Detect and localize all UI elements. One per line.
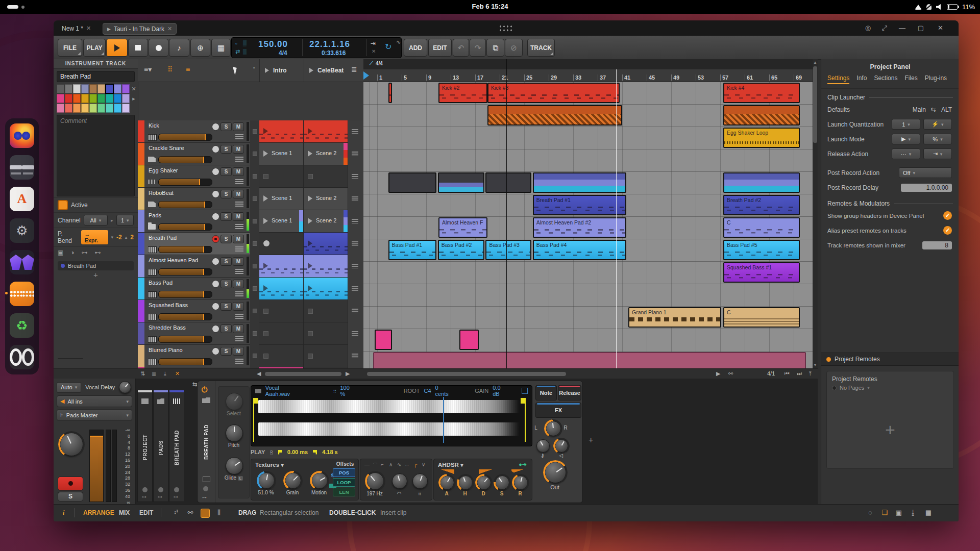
solo-button[interactable]: S xyxy=(220,212,232,221)
cue-marker-icon[interactable]: ▫ xyxy=(235,40,237,46)
arranger-clip[interactable]: Almost Heaven F xyxy=(438,217,487,238)
routing-icon[interactable]: ⊶ xyxy=(202,495,207,500)
track-menu-icon[interactable] xyxy=(235,336,243,341)
texture-amount-knob[interactable] xyxy=(258,472,275,489)
track-volume-slider[interactable] xyxy=(158,336,212,343)
file-menu-button[interactable]: FILE xyxy=(58,39,82,57)
keytrack-knob[interactable] xyxy=(536,439,550,453)
browser-file-icon[interactable]: ❏ xyxy=(880,509,889,517)
solo-button[interactable]: S xyxy=(58,492,83,502)
track-row[interactable]: Bass PadSM xyxy=(138,278,250,300)
sig-marker[interactable]: 4/4 xyxy=(376,61,383,66)
layered-edit-button[interactable]: ▦ xyxy=(211,39,231,57)
slot-menu-cell[interactable] xyxy=(348,278,363,300)
color-swatch[interactable] xyxy=(73,104,81,113)
files-icon[interactable] xyxy=(10,155,34,180)
track-volume-slider[interactable] xyxy=(158,179,212,186)
mute-button[interactable]: M xyxy=(233,190,244,198)
pointer-tool-icon[interactable] xyxy=(233,65,241,76)
clip-stop-cell[interactable] xyxy=(250,255,260,278)
filter-keytrack-knob[interactable] xyxy=(412,473,428,489)
chain-tab-breath-pad[interactable]: BREATH PAD⊶ xyxy=(169,390,184,502)
track-row[interactable]: Blurred PianoSM xyxy=(138,345,250,367)
color-swatch[interactable] xyxy=(106,84,113,93)
mute-button[interactable]: M xyxy=(233,145,244,154)
post-record-delay-field[interactable]: 1.0.0.00 xyxy=(901,184,952,192)
color-swatch[interactable] xyxy=(57,94,64,103)
glide-knob[interactable] xyxy=(226,457,243,474)
modulators-icon[interactable] xyxy=(203,486,208,491)
color-swatch[interactable] xyxy=(97,104,105,113)
note-tab[interactable]: Note xyxy=(535,385,557,400)
maximize-button[interactable]: ▢ xyxy=(918,24,924,32)
track-volume-slider[interactable] xyxy=(158,313,212,320)
color-swatch[interactable] xyxy=(73,84,81,93)
mute-button[interactable]: M xyxy=(233,302,244,311)
env-a-knob[interactable] xyxy=(440,475,454,490)
stop-all-icon[interactable]: ▫ xyxy=(253,65,255,70)
scroll-thumb[interactable] xyxy=(813,66,817,143)
track-row[interactable]: Almost Heaven PadSM xyxy=(138,255,250,278)
arrange-view-button[interactable]: ARRANGE xyxy=(83,509,114,516)
gain-value[interactable]: 0.0 dB xyxy=(493,385,506,397)
punch-out-icon[interactable]: ✕ xyxy=(372,48,376,54)
arm-button[interactable] xyxy=(212,145,219,153)
decay-shape-icon[interactable] xyxy=(479,469,492,474)
stop-button[interactable] xyxy=(128,39,148,57)
add-device-after-button[interactable]: + xyxy=(589,436,593,445)
arranger-clip[interactable] xyxy=(723,105,800,126)
arranger-clip[interactable] xyxy=(459,330,479,350)
slot-menu-cell[interactable] xyxy=(348,345,363,368)
clip-slot[interactable] xyxy=(259,120,304,143)
zoom-up-icon[interactable]: ⤒ xyxy=(809,370,812,377)
slot-menu-cell[interactable] xyxy=(348,210,363,233)
color-swatch[interactable] xyxy=(81,94,89,103)
clock[interactable]: Feb 6 15:24 xyxy=(0,3,980,10)
clip-stop-cell[interactable] xyxy=(250,210,260,233)
motion-knob[interactable] xyxy=(311,472,328,489)
mute-button[interactable]: M xyxy=(233,257,244,266)
record-button[interactable] xyxy=(149,39,168,57)
duplicate-button[interactable]: ⧉ xyxy=(486,39,504,57)
color-swatch[interactable] xyxy=(89,84,97,93)
clip-slot[interactable] xyxy=(304,233,348,255)
waveform-left[interactable] xyxy=(258,400,527,413)
arm-button[interactable] xyxy=(212,303,219,310)
color-swatch[interactable] xyxy=(65,94,72,103)
auto-monitor-icon[interactable]: ◑ xyxy=(70,249,74,256)
track-volume-slider[interactable] xyxy=(158,156,212,163)
groove-button[interactable]: ♪ xyxy=(169,39,189,57)
track-volume-slider[interactable] xyxy=(158,268,212,276)
main-default-select[interactable]: 1 xyxy=(892,119,920,130)
software-icon[interactable]: A xyxy=(10,187,34,211)
arranger-vscrollbar[interactable]: ▲ ▼ xyxy=(813,59,818,368)
arm-button[interactable] xyxy=(212,258,219,265)
select-knob[interactable] xyxy=(226,393,243,410)
solo-button[interactable]: S xyxy=(220,280,232,288)
channel-select[interactable]: All xyxy=(84,215,108,226)
grid-panel-icon[interactable]: ▦ xyxy=(924,509,933,517)
input-select[interactable]: ◀ All ins xyxy=(57,395,132,407)
solo-button[interactable]: S xyxy=(220,257,232,266)
textures-title[interactable]: Textures ▾ xyxy=(255,461,284,468)
arranger-clip[interactable] xyxy=(485,172,531,193)
tab-new1[interactable]: New 1 * ✕ xyxy=(58,23,95,34)
scene-header-intro[interactable]: Intro xyxy=(259,59,304,82)
arranger-clip[interactable] xyxy=(438,172,484,193)
release-tab[interactable]: Release xyxy=(558,385,581,400)
clip-slot[interactable] xyxy=(259,233,304,255)
chain-tab-project[interactable]: PROJECT⊶ xyxy=(137,390,153,502)
arranger-clip[interactable]: Grand Piano 1 xyxy=(628,307,721,328)
filter-shape-icon[interactable]: ∧ xyxy=(389,462,393,467)
slot-menu-cell[interactable] xyxy=(348,300,363,323)
attack-shape-icon[interactable] xyxy=(441,469,454,474)
mute-button[interactable]: M xyxy=(233,347,244,356)
main-default-select[interactable]: ··· xyxy=(892,148,920,159)
track-volume-slider[interactable] xyxy=(158,134,212,141)
clip-slot[interactable] xyxy=(304,120,348,143)
tab-plug-ins[interactable]: Plug-ins xyxy=(925,74,947,84)
routing-icon[interactable]: ⊶ xyxy=(142,494,146,499)
edit-view-button[interactable]: EDIT xyxy=(139,509,153,516)
filter-freq-knob[interactable] xyxy=(366,472,384,490)
arranger-clip[interactable]: Bass Pad #3 xyxy=(485,240,531,260)
